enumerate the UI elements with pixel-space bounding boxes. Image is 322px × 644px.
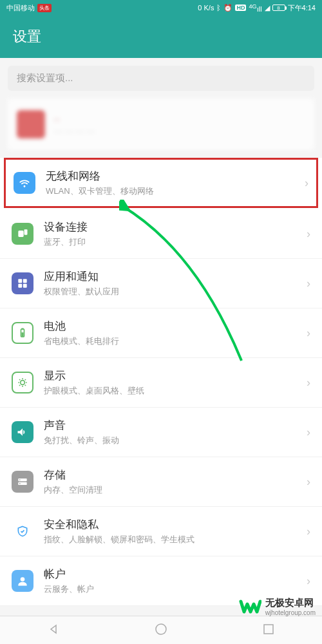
setting-subtitle: WLAN、双卡管理、移动网络: [46, 185, 305, 197]
svg-point-14: [21, 577, 25, 582]
clock: 下午4:14: [288, 3, 316, 13]
setting-title: 存储: [44, 468, 307, 482]
setting-sound[interactable]: 声音 免打扰、铃声、振动 ›: [0, 408, 322, 457]
setting-subtitle: 权限管理、默认应用: [44, 286, 307, 298]
setting-title: 声音: [44, 418, 307, 433]
svg-rect-7: [21, 328, 23, 330]
apps-icon: [12, 272, 33, 294]
chevron-right-icon: ›: [307, 574, 310, 588]
profile-card[interactable]: ·· ···· ···· ···· ····: [8, 99, 314, 150]
setting-display[interactable]: 显示 护眼模式、桌面风格、壁纸 ›: [0, 358, 322, 408]
svg-rect-1: [24, 229, 28, 234]
svg-rect-17: [264, 625, 273, 634]
svg-rect-4: [18, 284, 22, 288]
home-button[interactable]: [153, 621, 169, 639]
chevron-right-icon: ›: [307, 426, 310, 439]
signal-4g: 4Gıll: [249, 3, 261, 13]
navigation-bar: [0, 616, 322, 644]
chevron-right-icon: ›: [307, 227, 310, 241]
storage-icon: [12, 471, 33, 493]
profile-subtitle: ···· ···· ···· ····: [54, 127, 305, 136]
setting-subtitle: 指纹、人脸解锁、锁屏和密码、学生模式: [44, 534, 307, 545]
display-icon: [12, 372, 33, 393]
chevron-right-icon: ›: [307, 277, 310, 290]
watermark: 无极安卓网 wjhotelgroup.com: [238, 595, 316, 618]
news-badge: 头条: [37, 4, 52, 12]
setting-subtitle: 云服务、帐户: [44, 583, 307, 595]
battery-icon: 8: [272, 5, 285, 11]
recent-button[interactable]: [261, 621, 276, 639]
setting-title: 帐户: [44, 567, 307, 582]
page-header: 设置: [0, 15, 322, 58]
chevron-right-icon: ›: [307, 475, 310, 489]
wifi-icon: ◢: [265, 4, 270, 12]
account-icon: [12, 570, 33, 592]
svg-point-16: [156, 624, 166, 634]
svg-point-9: [21, 381, 25, 385]
battery-setting-icon: [12, 322, 33, 344]
setting-battery[interactable]: 电池 省电模式、耗电排行 ›: [0, 308, 322, 358]
bluetooth-icon: ᛒ: [216, 4, 221, 12]
setting-subtitle: 蓝牙、打印: [44, 236, 307, 248]
setting-subtitle: 省电模式、耗电排行: [44, 336, 307, 347]
setting-title: 设备连接: [44, 220, 307, 234]
svg-point-12: [19, 479, 21, 480]
setting-storage[interactable]: 存储 内存、空间清理 ›: [0, 457, 322, 507]
chevron-right-icon: ›: [307, 327, 310, 340]
setting-title: 电池: [44, 319, 307, 334]
device-icon: [12, 223, 33, 245]
back-button[interactable]: [46, 621, 61, 639]
alarm-icon: ⏰: [223, 4, 232, 12]
setting-device[interactable]: 设备连接 蓝牙、打印 ›: [0, 209, 322, 259]
status-bar: 中国移动 头条 0 K/s ᛒ ⏰ HD 4Gıll ◢ 8 下午4:14: [0, 0, 322, 15]
setting-security[interactable]: 安全和隐私 指纹、人脸解锁、锁屏和密码、学生模式 ›: [0, 507, 322, 556]
svg-rect-5: [23, 284, 27, 288]
svg-rect-3: [23, 279, 27, 283]
setting-apps[interactable]: 应用和通知 权限管理、默认应用 ›: [0, 259, 322, 308]
page-title: 设置: [13, 28, 41, 44]
setting-title: 无线和网络: [46, 169, 305, 184]
setting-subtitle: 护眼模式、桌面风格、壁纸: [44, 385, 307, 397]
svg-rect-8: [21, 332, 23, 336]
svg-rect-0: [18, 231, 23, 237]
sound-icon: [12, 421, 33, 443]
search-input[interactable]: 搜索设置项...: [8, 66, 314, 91]
setting-title: 显示: [44, 368, 307, 383]
setting-title: 应用和通知: [44, 269, 307, 284]
net-speed: 0 K/s: [198, 4, 214, 12]
hd-badge: HD: [235, 5, 246, 11]
watermark-url: wjhotelgroup.com: [265, 609, 316, 616]
chevron-right-icon: ›: [307, 525, 310, 538]
setting-subtitle: 内存、空间清理: [44, 484, 307, 496]
setting-wireless[interactable]: 无线和网络 WLAN、双卡管理、移动网络 ›: [4, 158, 318, 208]
security-icon: [12, 520, 33, 542]
svg-rect-2: [18, 279, 22, 283]
setting-subtitle: 免打扰、铃声、振动: [44, 435, 307, 446]
watermark-title: 无极安卓网: [265, 597, 316, 609]
carrier-label: 中国移动: [6, 3, 35, 13]
svg-point-13: [19, 483, 21, 484]
profile-name: ··: [54, 113, 305, 124]
settings-list: 无线和网络 WLAN、双卡管理、移动网络 › 设备连接 蓝牙、打印 › 应用和通…: [0, 158, 322, 606]
setting-title: 安全和隐私: [44, 517, 307, 532]
chevron-right-icon: ›: [307, 376, 310, 390]
watermark-logo: [238, 595, 261, 618]
avatar: [17, 110, 45, 138]
chevron-right-icon: ›: [305, 176, 308, 190]
wifi-icon: [14, 172, 35, 194]
